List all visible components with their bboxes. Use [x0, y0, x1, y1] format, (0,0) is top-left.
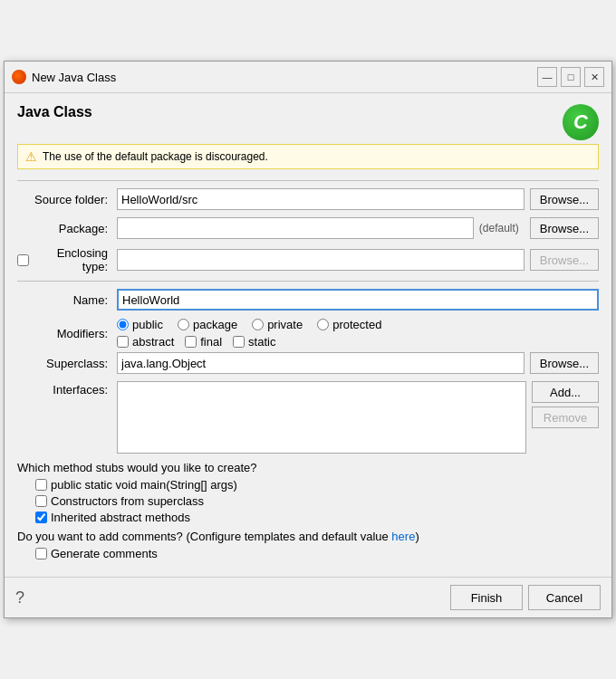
stub-main-checkbox[interactable] — [35, 479, 47, 491]
comments-items: Generate comments — [35, 547, 599, 560]
stubs-title: Which method stubs would you like to cre… — [17, 461, 599, 474]
generate-comments-checkbox[interactable] — [35, 548, 47, 559]
maximize-button[interactable]: □ — [561, 67, 581, 87]
warning-bar: ⚠ The use of the default package is disc… — [17, 144, 599, 169]
package-input[interactable] — [117, 217, 474, 239]
stubs-items: public static void main(String[] args) C… — [35, 478, 599, 524]
enclosing-type-checkbox[interactable] — [17, 254, 29, 266]
modifiers-row: Modifiers: public package private — [17, 318, 599, 349]
enclosing-type-row: Enclosing type: Browse... — [17, 246, 599, 273]
source-folder-row: Source folder: Browse... — [17, 188, 599, 210]
stub-constructors-text: Constructors from superclass — [51, 494, 204, 508]
logo-icon: C — [563, 104, 599, 140]
package-row: Package: (default) Browse... — [17, 217, 599, 239]
comments-here-link[interactable]: here — [391, 530, 415, 543]
stub-constructors-label[interactable]: Constructors from superclass — [35, 494, 599, 508]
superclass-row: Superclass: Browse... — [17, 352, 599, 374]
dialog-content: Java Class C ⚠ The use of the default pa… — [5, 93, 611, 577]
modifier-protected-text: protected — [332, 318, 381, 331]
modifier-final-text: final — [200, 335, 222, 349]
modifier-package-text: package — [193, 318, 237, 331]
app-icon — [12, 70, 26, 84]
new-java-class-dialog: New Java Class — □ ✕ Java Class C ⚠ The … — [4, 61, 612, 618]
modifier-package-label[interactable]: package — [178, 318, 237, 331]
stub-constructors-checkbox[interactable] — [35, 495, 47, 507]
interfaces-row: Interfaces: Add... Remove — [17, 381, 599, 454]
stub-main-label[interactable]: public static void main(String[] args) — [35, 478, 599, 492]
warning-text: The use of the default package is discou… — [43, 150, 268, 163]
comments-question-text: Do you want to add comments? (Configure … — [17, 530, 391, 543]
package-label: Package: — [17, 222, 117, 235]
browse-package-button[interactable]: Browse... — [530, 217, 599, 239]
warning-icon: ⚠ — [25, 149, 37, 164]
stubs-section: Which method stubs would you like to cre… — [17, 461, 599, 524]
stub-inherited-label[interactable]: Inherited abstract methods — [35, 511, 599, 524]
browse-superclass-button[interactable]: Browse... — [530, 352, 599, 374]
titlebar-left: New Java Class — [12, 70, 116, 84]
cancel-button[interactable]: Cancel — [528, 585, 601, 610]
modifier-public-label[interactable]: public — [117, 318, 163, 331]
modifier-abstract-text: abstract — [132, 335, 174, 349]
name-row: Name: — [17, 289, 599, 311]
stub-inherited-text: Inherited abstract methods — [51, 511, 190, 524]
titlebar-controls: — □ ✕ — [537, 67, 604, 87]
name-label: Name: — [17, 293, 117, 307]
source-folder-label: Source folder: — [17, 193, 117, 206]
interfaces-listbox — [117, 381, 526, 454]
modifier-abstract-label[interactable]: abstract — [117, 335, 174, 349]
modifier-private-text: private — [267, 318, 303, 331]
package-default-text: (default) — [479, 222, 519, 234]
interfaces-buttons: Add... Remove — [532, 381, 599, 428]
page-title: Java Class — [17, 104, 92, 120]
stub-main-text: public static void main(String[] args) — [51, 478, 237, 492]
modifier-static-checkbox[interactable] — [233, 336, 245, 348]
modifier-final-checkbox[interactable] — [185, 336, 197, 348]
comments-question: Do you want to add comments? (Configure … — [17, 530, 599, 543]
add-interface-button[interactable]: Add... — [532, 381, 599, 403]
modifier-private-label[interactable]: private — [252, 318, 303, 331]
source-folder-input[interactable] — [117, 188, 525, 210]
remove-interface-button[interactable]: Remove — [532, 406, 599, 428]
separator-2 — [17, 281, 599, 282]
modifier-protected-radio[interactable] — [317, 319, 329, 330]
close-button[interactable]: ✕ — [584, 67, 604, 87]
comments-section: Do you want to add comments? (Configure … — [17, 530, 599, 560]
modifiers-label: Modifiers: — [17, 327, 117, 340]
comments-question-end: ) — [415, 530, 419, 543]
modifier-private-radio[interactable] — [252, 319, 264, 330]
modifiers-visibility-group: public package private protected — [117, 318, 381, 331]
minimize-button[interactable]: — — [537, 67, 557, 87]
bottom-bar: ? Finish Cancel — [5, 577, 611, 617]
titlebar-title: New Java Class — [32, 71, 116, 84]
modifiers-other-group: abstract final static — [117, 335, 381, 349]
interfaces-label: Interfaces: — [17, 381, 117, 397]
browse-source-button[interactable]: Browse... — [530, 188, 599, 210]
enclosing-type-input[interactable] — [117, 249, 525, 271]
header-title-area: Java Class — [17, 104, 92, 120]
generate-comments-text: Generate comments — [51, 547, 158, 560]
separator-1 — [17, 180, 599, 181]
modifier-public-radio[interactable] — [117, 319, 129, 330]
modifier-static-text: static — [248, 335, 275, 349]
enclosing-type-label: Enclosing type: — [33, 246, 108, 273]
superclass-label: Superclass: — [17, 357, 117, 370]
modifier-abstract-checkbox[interactable] — [117, 336, 129, 348]
modifier-static-label[interactable]: static — [233, 335, 275, 349]
help-button[interactable]: ? — [15, 588, 24, 607]
browse-enclosing-button[interactable]: Browse... — [530, 249, 599, 271]
header-section: Java Class C — [17, 104, 599, 140]
modifier-public-text: public — [132, 318, 163, 331]
modifier-final-label[interactable]: final — [185, 335, 222, 349]
finish-button[interactable]: Finish — [450, 585, 523, 610]
titlebar: New Java Class — □ ✕ — [5, 62, 611, 93]
modifier-package-radio[interactable] — [178, 319, 189, 330]
superclass-input[interactable] — [117, 352, 525, 374]
enclosing-type-label-area: Enclosing type: — [17, 246, 117, 273]
modifier-protected-label[interactable]: protected — [317, 318, 381, 331]
stub-inherited-checkbox[interactable] — [35, 512, 47, 523]
modifiers-options: public package private protected — [117, 318, 381, 349]
generate-comments-label[interactable]: Generate comments — [35, 547, 599, 560]
bottom-buttons: Finish Cancel — [450, 585, 601, 610]
name-input[interactable] — [117, 289, 599, 311]
